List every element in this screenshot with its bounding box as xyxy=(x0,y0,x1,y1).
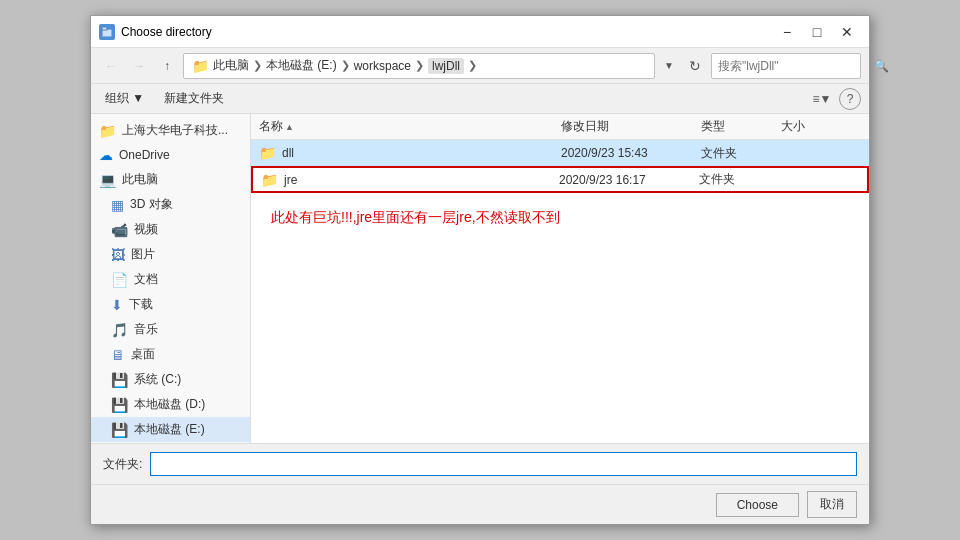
images-icon: 🖼 xyxy=(111,247,125,263)
col-name-label: 名称 xyxy=(259,118,283,135)
sidebar-item-label: 下载 xyxy=(129,296,153,313)
sidebar-item-desktop[interactable]: 🖥 桌面 xyxy=(91,342,250,367)
sidebar-item-locald[interactable]: 💾 本地磁盘 (D:) xyxy=(91,392,250,417)
view-options: ≡▼ ? xyxy=(809,88,861,110)
col-date-label: 修改日期 xyxy=(561,119,609,133)
sidebar-item-label: 文档 xyxy=(134,271,158,288)
sidebar: 📁 上海大华电子科技... ☁ OneDrive 💻 此电脑 ▦ 3D 对象 📹… xyxy=(91,114,251,443)
sidebar-item-images[interactable]: 🖼 图片 xyxy=(91,242,250,267)
close-button[interactable]: ✕ xyxy=(833,22,861,42)
sidebar-item-music[interactable]: 🎵 音乐 xyxy=(91,317,250,342)
sidebar-item-label: 3D 对象 xyxy=(130,196,173,213)
table-row[interactable]: 📁 dll 2020/9/23 15:43 文件夹 xyxy=(251,140,869,166)
organize-button[interactable]: 组织 ▼ xyxy=(99,88,150,109)
sort-arrow: ▲ xyxy=(285,122,294,132)
documents-icon: 📄 xyxy=(111,272,128,288)
breadcrumb-folder[interactable]: workspace xyxy=(354,59,411,73)
downloads-icon: ⬇ xyxy=(111,297,123,313)
desktop-icon: 🖥 xyxy=(111,347,125,363)
sidebar-item-label: OneDrive xyxy=(119,148,170,162)
sidebar-item-label: 桌面 xyxy=(131,346,155,363)
col-date-header[interactable]: 修改日期 xyxy=(561,118,701,135)
breadcrumb-sep-2: ❯ xyxy=(341,59,350,72)
breadcrumb-drive[interactable]: 本地磁盘 (E:) xyxy=(266,57,337,74)
breadcrumb-bar: 📁 此电脑 ❯ 本地磁盘 (E:) ❯ workspace ❯ lwjDll ❯ xyxy=(183,53,655,79)
window-controls: − □ ✕ xyxy=(773,22,861,42)
breadcrumb-sep-4: ❯ xyxy=(468,59,477,72)
thispc-icon: 💻 xyxy=(99,172,116,188)
up-button[interactable]: ↑ xyxy=(155,54,179,78)
breadcrumb-root[interactable]: 此电脑 xyxy=(213,57,249,74)
file-label: 文件夹: xyxy=(103,456,142,473)
new-folder-label: 新建文件夹 xyxy=(164,91,224,105)
breadcrumb-sep-1: ❯ xyxy=(253,59,262,72)
breadcrumb-sep-3: ❯ xyxy=(415,59,424,72)
file-name-jre: 📁 jre xyxy=(261,172,559,188)
main-content: 📁 上海大华电子科技... ☁ OneDrive 💻 此电脑 ▦ 3D 对象 📹… xyxy=(91,114,869,443)
new-folder-button[interactable]: 新建文件夹 xyxy=(158,88,230,109)
maximize-button[interactable]: □ xyxy=(803,22,831,42)
table-row[interactable]: 📁 jre 2020/9/23 16:17 文件夹 选择JRE xyxy=(251,166,869,193)
organize-label: 组织 ▼ xyxy=(105,90,144,107)
col-type-label: 类型 xyxy=(701,119,725,133)
choose-directory-dialog: Choose directory − □ ✕ ← → ↑ 📁 此电脑 ❯ 本地磁… xyxy=(90,15,870,525)
second-toolbar: 组织 ▼ 新建文件夹 ≡▼ ? xyxy=(91,84,869,114)
annotation-warning: 此处有巨坑!!!,jre里面还有一层jre,不然读取不到 xyxy=(271,209,869,227)
sidebar-item-documents[interactable]: 📄 文档 xyxy=(91,267,250,292)
file-list: 📁 dll 2020/9/23 15:43 文件夹 📁 jre 2020/9/2… xyxy=(251,140,869,443)
sidebar-item-onedrive[interactable]: ☁ OneDrive xyxy=(91,143,250,167)
sidebar-item-label: 图片 xyxy=(131,246,155,263)
file-type-dll: 文件夹 xyxy=(701,145,781,162)
view-toggle-button[interactable]: ≡▼ xyxy=(809,88,835,110)
3dobjects-icon: ▦ xyxy=(111,197,124,213)
drive-d-icon: 💾 xyxy=(111,397,128,413)
sidebar-item-thispc[interactable]: 💻 此电脑 xyxy=(91,167,250,192)
file-name-label: jre xyxy=(284,173,297,187)
view-icon: ≡ xyxy=(813,92,820,106)
file-input-bar: 文件夹: xyxy=(91,443,869,484)
sidebar-item-label: 音乐 xyxy=(134,321,158,338)
file-type-jre: 文件夹 xyxy=(699,171,779,188)
file-area: 名称 ▲ 修改日期 类型 大小 📁 dll xyxy=(251,114,869,443)
sidebar-item-locale[interactable]: 💾 本地磁盘 (E:) xyxy=(91,417,250,442)
title-left: Choose directory xyxy=(99,24,212,40)
file-path-input[interactable] xyxy=(150,452,857,476)
title-bar: Choose directory − □ ✕ xyxy=(91,16,869,48)
sidebar-item-videos[interactable]: 📹 视频 xyxy=(91,217,250,242)
drive-e-icon: 💾 xyxy=(111,422,128,438)
svg-rect-1 xyxy=(102,27,107,30)
folder-icon-dll: 📁 xyxy=(259,145,276,161)
dialog-title: Choose directory xyxy=(121,25,212,39)
folder-icon: 📁 xyxy=(99,123,116,139)
file-name-dll: 📁 dll xyxy=(259,145,561,161)
search-input[interactable] xyxy=(712,59,874,73)
sidebar-item-label: 本地磁盘 (E:) xyxy=(134,421,205,438)
sidebar-item-label: 系统 (C:) xyxy=(134,371,181,388)
col-type-header[interactable]: 类型 xyxy=(701,118,781,135)
action-bar: Choose 取消 xyxy=(91,484,869,524)
onedrive-icon: ☁ xyxy=(99,147,113,163)
sidebar-item-systemc[interactable]: 💾 系统 (C:) xyxy=(91,367,250,392)
file-date-jre: 2020/9/23 16:17 xyxy=(559,173,699,187)
refresh-button[interactable]: ↻ xyxy=(683,54,707,78)
sidebar-item-3dobjects[interactable]: ▦ 3D 对象 xyxy=(91,192,250,217)
back-button[interactable]: ← xyxy=(99,54,123,78)
sidebar-item-label: 本地磁盘 (D:) xyxy=(134,396,205,413)
forward-button[interactable]: → xyxy=(127,54,151,78)
minimize-button[interactable]: − xyxy=(773,22,801,42)
choose-button[interactable]: Choose xyxy=(716,493,799,517)
breadcrumb-folder-icon: 📁 xyxy=(192,58,209,74)
col-size-header[interactable]: 大小 xyxy=(781,118,861,135)
help-button[interactable]: ? xyxy=(839,88,861,110)
sidebar-item-dahua[interactable]: 📁 上海大华电子科技... xyxy=(91,118,250,143)
breadcrumb-sub: lwjDll xyxy=(428,58,464,74)
search-button[interactable]: 🔍 xyxy=(874,54,889,78)
breadcrumb-dropdown-button[interactable]: ▼ xyxy=(659,53,679,79)
col-name-header[interactable]: 名称 ▲ xyxy=(259,118,561,135)
videos-icon: 📹 xyxy=(111,222,128,238)
file-name-label: dll xyxy=(282,146,294,160)
dialog-icon xyxy=(99,24,115,40)
cancel-button[interactable]: 取消 xyxy=(807,491,857,518)
sidebar-item-downloads[interactable]: ⬇ 下载 xyxy=(91,292,250,317)
drive-c-icon: 💾 xyxy=(111,372,128,388)
